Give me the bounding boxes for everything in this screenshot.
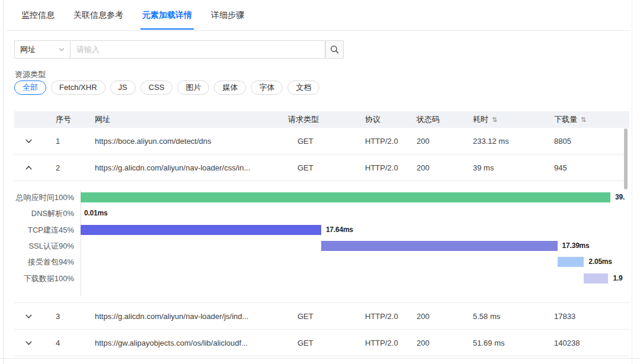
chip-font[interactable]: 字体 <box>251 80 283 95</box>
expand-row-button[interactable] <box>21 128 36 154</box>
chip-css[interactable]: CSS <box>140 80 173 95</box>
cell-url: https://g.alicdn.com/aliyun/nav-loader/j… <box>95 303 248 330</box>
search-input[interactable] <box>71 40 325 59</box>
sort-icon[interactable]: ⇅ <box>581 116 586 123</box>
chevron-down-icon <box>25 313 33 320</box>
waterfall-row-label: 总响应时间100% <box>14 189 74 205</box>
cell-url: https://boce.aliyun.com/detect/dns <box>95 128 212 154</box>
waterfall-chart: 总响应时间100%39.DNS解析0%0.01msTCP建连45%17.64ms… <box>14 181 629 303</box>
cell-status: 200 <box>417 303 430 330</box>
cell-size: 945 <box>554 154 567 181</box>
tab-element-load-detail[interactable]: 元素加载详情 <box>140 10 194 30</box>
chevron-down-icon <box>59 47 65 53</box>
cell-status: 200 <box>417 154 430 181</box>
cell-no: 3 <box>56 303 60 330</box>
table-header-row: 序号 网址 请求类型 协议 状态码 耗时⇅ 下载量⇅ <box>14 111 629 128</box>
col-header-protocol: 协议 <box>365 111 380 128</box>
waterfall-row: TCP建连45%17.64ms <box>14 222 629 238</box>
chevron-up-icon <box>25 164 33 172</box>
cell-time: 39 ms <box>473 154 494 181</box>
waterfall-value-label: 1.9 <box>613 270 622 286</box>
chip-document[interactable]: 文档 <box>287 80 319 95</box>
resource-type-label: 资源类型 <box>15 69 46 80</box>
resource-type-filter: 全部 Fetch/XHR JS CSS 图片 媒体 字体 文档 <box>14 80 319 95</box>
chevron-down-icon <box>25 137 33 145</box>
waterfall-row: 接受首包94%2.05ms <box>14 254 629 270</box>
waterfall-bar <box>81 192 610 202</box>
tab-detail-steps[interactable]: 详细步骤 <box>209 10 246 30</box>
waterfall-row-label: SSL认证90% <box>14 238 74 254</box>
waterfall-row-label: TCP建连45% <box>14 222 74 238</box>
col-header-url: 网址 <box>95 111 110 128</box>
expand-row-button[interactable] <box>21 330 36 356</box>
panel-right-border <box>632 0 632 364</box>
tab-related-info[interactable]: 关联信息参考 <box>72 10 125 30</box>
cell-no: 2 <box>56 154 60 181</box>
chevron-down-icon <box>25 339 33 347</box>
cell-size: 140238 <box>554 330 580 356</box>
cell-url: https://gw.alipayobjects.com/os/lib/alic… <box>95 330 248 356</box>
cell-protocol: HTTP/2.0 <box>365 330 398 356</box>
col-header-method: 请求类型 <box>288 111 319 128</box>
col-header-status: 状态码 <box>417 111 440 128</box>
cell-size: 8805 <box>554 128 571 154</box>
cell-protocol: HTTP/2.0 <box>365 154 398 181</box>
table-row: 1 https://boce.aliyun.com/detect/dns GET… <box>14 128 629 154</box>
cell-url: https://g.alicdn.com/aliyun/nav-loader/c… <box>95 154 250 181</box>
col-header-no: 序号 <box>56 111 71 128</box>
waterfall-value-label: 17.64ms <box>326 222 353 238</box>
col-header-size[interactable]: 下载量⇅ <box>554 111 586 128</box>
element-load-detail-panel: 监控信息 关联信息参考 元素加载详情 详细步骤 网址 资源类型 全部 Fetch… <box>0 0 640 364</box>
cell-time: 51.69 ms <box>473 330 504 356</box>
expand-row-button[interactable] <box>21 303 36 330</box>
cell-time: 233.12 ms <box>473 128 509 154</box>
col-header-time[interactable]: 耗时⇅ <box>473 111 497 128</box>
requests-table: 序号 网址 请求类型 协议 状态码 耗时⇅ 下载量⇅ 1 https://boc… <box>14 111 629 356</box>
waterfall-row: 下载数据100%1.9 <box>14 270 629 286</box>
cell-status: 200 <box>417 330 430 356</box>
waterfall-row: DNS解析0%0.01ms <box>14 205 629 221</box>
waterfall-row: SSL认证90%17.39ms <box>14 238 629 254</box>
tab-monitor-info[interactable]: 监控信息 <box>20 10 56 30</box>
tab-bar: 监控信息 关联信息参考 元素加载详情 详细步骤 <box>20 10 246 30</box>
table-row: 3 https://g.alicdn.com/aliyun/nav-loader… <box>14 303 629 330</box>
chip-fetch-xhr[interactable]: Fetch/XHR <box>51 80 105 95</box>
vertical-scrollbar-thumb[interactable] <box>624 128 628 189</box>
cell-time: 5.58 ms <box>473 303 500 330</box>
waterfall-value-label: 0.01ms <box>84 205 108 221</box>
cell-size: 17833 <box>554 303 575 330</box>
waterfall-value-label: 17.39ms <box>562 238 590 254</box>
search-field-value: 网址 <box>20 44 36 55</box>
cell-method: GET <box>297 303 313 330</box>
cell-method: GET <box>297 128 313 154</box>
waterfall-value-label: 39. <box>615 189 625 205</box>
waterfall-bar <box>584 273 608 284</box>
chip-media[interactable]: 媒体 <box>214 80 246 95</box>
waterfall-bar <box>558 257 584 267</box>
cell-status: 200 <box>417 128 430 154</box>
table-row: 4 https://gw.alipayobjects.com/os/lib/al… <box>14 330 629 356</box>
waterfall-value-label: 2.05ms <box>588 254 612 270</box>
cell-method: GET <box>297 154 313 181</box>
search-button[interactable] <box>325 40 344 59</box>
waterfall-row-label: DNS解析0% <box>14 205 74 221</box>
cell-method: GET <box>297 330 313 356</box>
waterfall-row-label: 下载数据100% <box>14 270 74 286</box>
cell-no: 1 <box>56 128 60 154</box>
search-bar: 网址 <box>14 40 344 59</box>
waterfall-row: 总响应时间100%39. <box>14 189 629 205</box>
waterfall-bar <box>81 225 321 235</box>
chip-image[interactable]: 图片 <box>177 80 209 95</box>
waterfall-bar <box>321 241 558 251</box>
cell-no: 4 <box>56 330 60 356</box>
cell-protocol: HTTP/2.0 <box>365 303 398 330</box>
sort-icon[interactable]: ⇅ <box>492 116 497 123</box>
search-field-select[interactable]: 网址 <box>14 40 71 59</box>
search-icon <box>330 45 339 54</box>
chip-js[interactable]: JS <box>110 80 136 95</box>
collapse-row-button[interactable] <box>21 154 36 181</box>
panel-left-border <box>3 0 4 364</box>
tabbar-divider <box>6 30 631 31</box>
table-row: 2 https://g.alicdn.com/aliyun/nav-loader… <box>14 154 629 181</box>
chip-all[interactable]: 全部 <box>14 80 46 95</box>
